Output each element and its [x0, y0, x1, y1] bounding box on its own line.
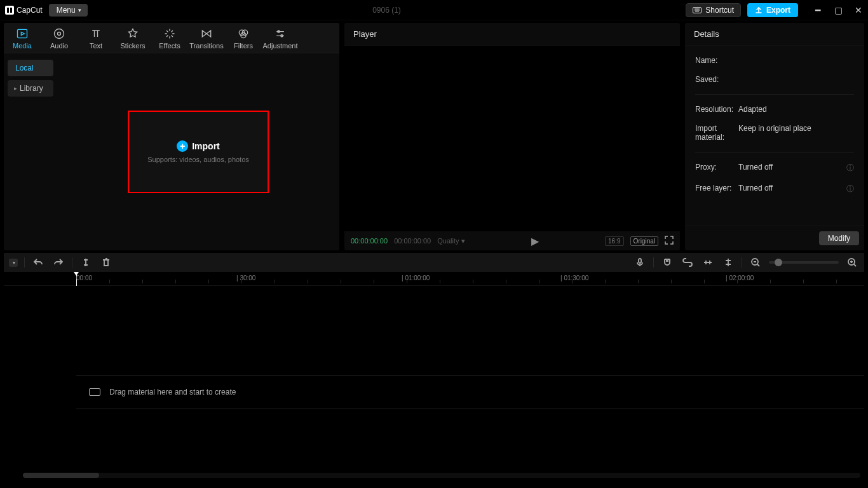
player-viewport — [344, 46, 680, 231]
timeline-toolbar: ▾ — [4, 253, 864, 272]
minimize-button[interactable]: ━ — [813, 6, 822, 15]
detail-label: Import material: — [695, 124, 738, 142]
info-icon[interactable]: ⓘ — [846, 184, 854, 194]
record-voiceover-button[interactable] — [633, 255, 647, 269]
detail-value: Keep in original place — [738, 124, 854, 142]
ruler-minor-tick — [737, 280, 738, 283]
quality-dropdown[interactable]: Quality ▾ — [437, 237, 465, 245]
original-size-button[interactable]: Original — [630, 236, 658, 246]
detail-label: Proxy: — [695, 163, 738, 173]
sidebar-item-local[interactable]: Local — [8, 60, 53, 76]
detail-row-resolution: Resolution: Adapted — [695, 100, 854, 119]
ruler-minor-tick — [308, 280, 308, 283]
split-button[interactable] — [79, 255, 93, 269]
ruler-minor-tick — [109, 280, 110, 283]
capcut-logo-icon — [5, 6, 14, 15]
fullscreen-button[interactable] — [665, 236, 674, 246]
undo-button[interactable] — [31, 255, 45, 269]
play-button[interactable]: ▶ — [531, 235, 539, 247]
zoom-out-icon — [750, 257, 761, 268]
selection-tool[interactable]: ▾ — [9, 259, 18, 267]
app-logo: CapCut — [5, 6, 43, 15]
tab-transitions[interactable]: Transitions — [188, 23, 225, 53]
redo-icon — [53, 257, 64, 268]
import-dropzone[interactable]: + Import Supports: videos, audios, photo… — [128, 111, 269, 193]
snap-toggle-1[interactable] — [660, 255, 674, 269]
sidebar-item-library[interactable]: ▸ Library — [8, 80, 53, 97]
zoom-slider-knob[interactable] — [775, 259, 782, 266]
media-sidebar: Local ▸ Library — [4, 53, 57, 250]
tab-filters[interactable]: Filters — [225, 23, 262, 53]
snap-toggle-2[interactable] — [681, 255, 695, 269]
timeline-tracks[interactable]: Drag material here and start to create — [4, 286, 864, 470]
chevron-down-icon: ▾ — [13, 260, 15, 266]
redo-button[interactable] — [51, 255, 65, 269]
ruler-minor-tick — [539, 280, 539, 283]
tab-label: Effects — [151, 42, 188, 50]
timeline-scrollbar[interactable] — [23, 473, 860, 478]
ruler-minor-tick — [241, 280, 242, 283]
tab-stickers[interactable]: Stickers — [114, 23, 151, 53]
ruler-mark: | 01:30:00 — [560, 274, 588, 281]
ruler-mark: 00:00 — [76, 274, 92, 281]
separator — [72, 257, 72, 268]
tab-text[interactable]: Text — [78, 23, 114, 53]
menu-button[interactable]: Menu ▾ — [49, 4, 88, 17]
media-drop-area: + Import Supports: videos, audios, photo… — [57, 53, 339, 250]
modify-button[interactable]: Modify — [819, 231, 859, 245]
titlebar: CapCut Menu ▾ 0906 (1) Shortcut Export ━… — [0, 0, 868, 20]
svg-marker-5 — [21, 32, 24, 36]
delete-button[interactable] — [99, 255, 113, 269]
maximize-button[interactable]: ▢ — [834, 6, 843, 15]
tab-audio[interactable]: Audio — [41, 23, 78, 53]
fullscreen-icon — [665, 236, 674, 245]
svg-point-6 — [55, 29, 64, 39]
tab-label: Media — [4, 42, 41, 50]
detail-row-import-material: Import material: Keep in original place — [695, 119, 854, 147]
separator — [24, 257, 25, 268]
zoom-in-button[interactable] — [845, 255, 859, 269]
details-footer: Modify — [685, 226, 864, 250]
player-title: Player — [344, 23, 680, 46]
zoom-slider[interactable] — [769, 261, 839, 264]
snap-toggle-3[interactable] — [701, 255, 715, 269]
ruler-minor-tick — [341, 280, 341, 283]
timecode-current: 00:00:00:00 — [351, 237, 388, 245]
detail-row-saved: Saved: — [695, 70, 854, 89]
video-track-icon — [89, 388, 100, 396]
tab-label: Audio — [41, 42, 78, 50]
export-icon — [755, 6, 763, 14]
zoom-out-button[interactable] — [749, 255, 763, 269]
import-subtitle: Supports: videos, audios, photos — [147, 156, 249, 163]
tab-label: Transitions — [188, 42, 225, 50]
ruler-mark: | 30:00 — [236, 274, 255, 281]
main-video-track[interactable]: Drag material here and start to create — [76, 375, 864, 409]
info-icon[interactable]: ⓘ — [846, 163, 854, 173]
ruler-mark: | 01:00:00 — [402, 274, 430, 281]
ruler-minor-tick — [605, 280, 606, 283]
separator — [653, 257, 654, 268]
tab-label: Text — [78, 42, 114, 50]
snap-toggle-4[interactable] — [721, 255, 735, 269]
adjustment-icon — [274, 27, 287, 40]
tab-media[interactable]: Media — [4, 23, 41, 53]
timeline-ruler[interactable]: 00:00 | 30:00 | 01:00:00 | 01:30:00 | 02… — [4, 272, 864, 286]
scrollbar-thumb[interactable] — [23, 473, 99, 478]
tab-adjustment[interactable]: Adjustment — [262, 23, 299, 53]
play-area: ▶ — [471, 235, 599, 247]
export-button[interactable]: Export — [747, 3, 798, 17]
svg-rect-13 — [639, 259, 641, 263]
detail-value: Turned off — [738, 163, 846, 173]
ruler-minor-tick — [506, 280, 506, 283]
main-row: Media Audio Text Stickers Effects Transi… — [0, 20, 868, 253]
ruler-minor-tick — [142, 280, 143, 283]
keyboard-icon — [693, 7, 702, 13]
tab-effects[interactable]: Effects — [151, 23, 188, 53]
app-name: CapCut — [17, 6, 43, 15]
detail-label: Free layer: — [695, 184, 738, 194]
titlebar-right: Shortcut Export ━ ▢ ✕ — [686, 3, 863, 17]
shortcut-button[interactable]: Shortcut — [686, 3, 741, 17]
sidebar-item-label: Library — [20, 84, 43, 93]
close-button[interactable]: ✕ — [854, 6, 863, 15]
aspect-ratio-button[interactable]: 16:9 — [605, 236, 623, 246]
